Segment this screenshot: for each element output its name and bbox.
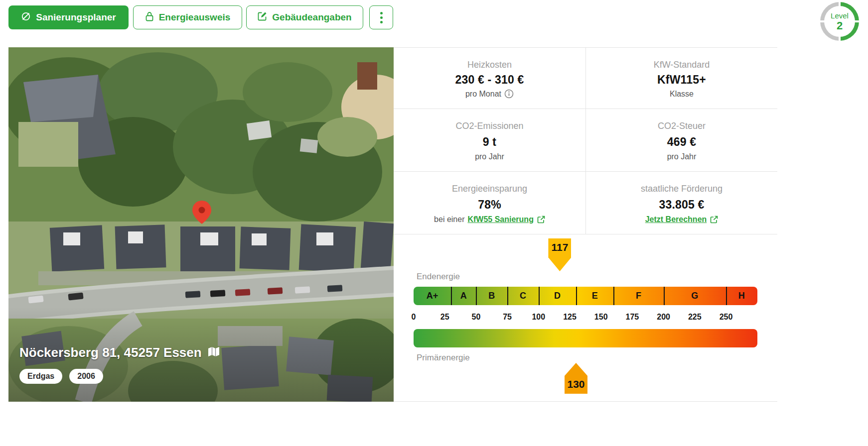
tick-100: 100	[532, 313, 545, 322]
energy-class-B: B	[488, 287, 495, 305]
level-label: Level	[831, 12, 849, 19]
stat-link-label: Jetzt Berechnen	[645, 215, 707, 224]
stat-sub-text: pro Jahr	[475, 152, 504, 161]
primaerenergie-value: 130	[568, 378, 585, 390]
tick-75: 75	[503, 313, 512, 322]
energy-class-A: A	[460, 287, 467, 305]
property-address: Nöckersberg 81, 45257 Essen	[19, 345, 220, 360]
stat-label: CO2-Emissionen	[455, 121, 523, 131]
compass-icon	[21, 11, 31, 24]
stat-kfw-standard: KfW-StandardKfW115+Klasse	[585, 48, 777, 109]
energy-scale: 117 Endenergie A+ABCDEFGH 02550751001251…	[394, 234, 777, 402]
map-icon[interactable]	[208, 345, 220, 360]
sanierungsplaner-button[interactable]: Sanierungsplaner	[8, 5, 129, 29]
class-divider	[451, 287, 452, 305]
stat-sub: pro Jahr	[667, 152, 697, 161]
stat-sub-prefix: bei einer	[434, 215, 464, 224]
map-pin-icon[interactable]	[192, 201, 212, 224]
stat-link-label: KfW55 Sanierung	[467, 215, 533, 224]
energy-class-A+: A+	[427, 287, 438, 305]
stats-grid: Heizkosten230 € - 310 €pro MonatKfW-Stan…	[394, 48, 777, 234]
tick-200: 200	[657, 313, 670, 322]
energy-class-F: F	[636, 287, 641, 305]
kebab-icon	[380, 12, 383, 23]
stat-sub-text: Klasse	[670, 90, 694, 99]
energy-class-D: D	[554, 287, 561, 305]
stat-sub: pro Jahr	[475, 152, 504, 161]
stat-heizkosten: Heizkosten230 € - 310 €pro Monat	[394, 48, 585, 109]
stat-label: Heizkosten	[467, 60, 512, 70]
stat-sub: Klasse	[670, 90, 694, 99]
energy-stats-panel: Heizkosten230 € - 310 €pro MonatKfW-Stan…	[394, 47, 777, 402]
energy-scale-ticks: 0255075100125150175200225250	[414, 313, 757, 323]
stat-label: KfW-Standard	[654, 60, 710, 70]
class-divider	[576, 287, 577, 305]
tick-225: 225	[688, 313, 702, 322]
stat-label: staatliche Förderung	[641, 184, 723, 194]
stat-sub-text: pro Jahr	[667, 152, 697, 161]
energy-class-C: C	[520, 287, 526, 305]
stat-sub-text: pro Monat	[465, 90, 501, 99]
tick-175: 175	[626, 313, 639, 322]
gebaeudeangaben-label: Gebäudeangaben	[272, 12, 351, 23]
address-text: Nöckersberg 81, 45257 Essen	[19, 345, 202, 360]
tick-250: 250	[720, 313, 733, 322]
stat-sub: Jetzt Berechnen	[645, 215, 719, 224]
stat-co2-emissionen: CO2-Emissionen9 tpro Jahr	[394, 109, 585, 171]
energy-class-G: G	[691, 287, 698, 305]
external-link-icon	[537, 216, 545, 223]
property-badge-1: 2006	[69, 369, 103, 384]
stat-label: CO2-Steuer	[658, 121, 706, 131]
stat-co2-steuer: CO2-Steuer469 €pro Jahr	[585, 109, 777, 171]
primary-energy-bar	[414, 329, 757, 347]
level-value: 2	[837, 20, 843, 31]
primaerenergie-marker: 130	[565, 363, 587, 394]
aerial-photo[interactable]: Nöckersberg 81, 45257 Essen Erdgas2006	[8, 47, 394, 402]
tick-25: 25	[440, 313, 449, 322]
stat-energieeinsparung: Energieeinsparung78%bei einerKfW55 Sanie…	[394, 171, 585, 234]
stat-value: KfW115+	[657, 73, 706, 87]
class-divider	[476, 287, 477, 305]
stat-sub: bei einerKfW55 Sanierung	[434, 215, 545, 224]
stat-value: 469 €	[667, 135, 697, 149]
energy-class-E: E	[592, 287, 598, 305]
energy-class-band: A+ABCDEFGH	[414, 287, 757, 305]
stat-label: Energieeinsparung	[452, 184, 527, 194]
stat-link-staatliche-foerderung[interactable]: Jetzt Berechnen	[645, 215, 719, 224]
class-divider	[726, 287, 727, 305]
info-icon[interactable]	[504, 89, 514, 99]
stat-value: 78%	[478, 198, 501, 212]
sanierungsplaner-label: Sanierungsplaner	[36, 12, 116, 23]
property-badges: Erdgas2006	[19, 369, 103, 384]
tick-50: 50	[471, 313, 480, 322]
stat-link-energieeinsparung[interactable]: KfW55 Sanierung	[467, 215, 545, 224]
class-divider	[539, 287, 540, 305]
endenergie-value: 117	[551, 241, 568, 253]
endenergie-marker: 117	[548, 238, 571, 271]
class-divider	[613, 287, 614, 305]
sanierungsplaner-page: Sanierungsplaner Energieausweis Gebäudea…	[0, 0, 868, 446]
lock-icon	[145, 11, 154, 24]
property-badge-0: Erdgas	[19, 369, 62, 384]
level-badge: Level 2	[820, 2, 859, 41]
primaerenergie-label: Primärenergie	[417, 353, 470, 363]
more-options-button[interactable]	[369, 5, 393, 29]
tick-125: 125	[563, 313, 577, 322]
endenergie-label: Endenergie	[417, 272, 460, 282]
energy-class-H: H	[738, 287, 745, 305]
stat-value: 9 t	[483, 135, 496, 149]
stat-staatliche-foerderung: staatliche Förderung33.805 €Jetzt Berech…	[585, 171, 777, 234]
external-link-icon	[710, 216, 718, 223]
stat-value: 33.805 €	[659, 198, 704, 212]
gebaeudeangaben-button[interactable]: Gebäudeangaben	[246, 5, 363, 29]
tick-150: 150	[594, 313, 608, 322]
class-divider	[664, 287, 665, 305]
energieausweis-button[interactable]: Energieausweis	[133, 5, 242, 29]
class-divider	[507, 287, 508, 305]
stat-value: 230 € - 310 €	[455, 73, 524, 87]
edit-icon	[258, 11, 267, 23]
energieausweis-label: Energieausweis	[159, 12, 231, 23]
stat-sub: pro Monat	[465, 89, 514, 99]
tick-0: 0	[412, 313, 416, 322]
